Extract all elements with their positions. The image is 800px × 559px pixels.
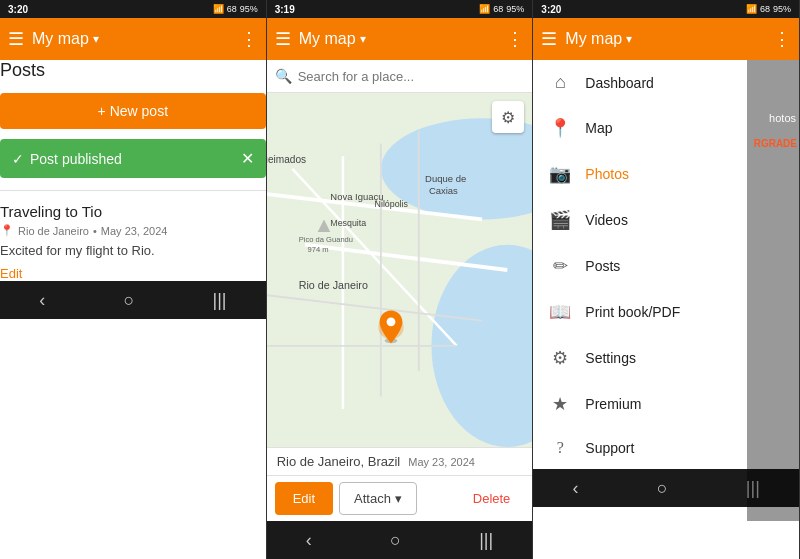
status-bar-1: 3:20 📶 68 95% bbox=[0, 0, 266, 18]
post-card: Traveling to Tio 📍 Rio de Janeiro • May … bbox=[0, 190, 266, 281]
post-published-banner: ✓ Post published ✕ bbox=[0, 139, 266, 178]
status-icons-1: 📶 68 95% bbox=[213, 4, 258, 14]
hamburger-icon-2[interactable]: ☰ bbox=[275, 28, 291, 50]
time-1: 3:20 bbox=[8, 4, 28, 15]
svg-text:Nilópolis: Nilópolis bbox=[374, 199, 408, 209]
signal-icon-2: 📶 bbox=[479, 4, 490, 14]
status-bar-3: 3:20 📶 68 95% bbox=[533, 0, 799, 18]
panel-posts: 3:20 📶 68 95% ☰ My map ▾ ⋮ Posts + New p… bbox=[0, 0, 267, 559]
battery-pct-1: 95% bbox=[240, 4, 258, 14]
videos-label: Videos bbox=[585, 212, 628, 228]
posts-menu-label: Posts bbox=[585, 258, 620, 274]
svg-text:Pico da Guandu: Pico da Guandu bbox=[298, 235, 352, 244]
app-title-2: My map ▾ bbox=[299, 30, 507, 48]
dashboard-label: Dashboard bbox=[585, 75, 654, 91]
map-svg: Queimados Nova Iguaçu Mesquita Nilópolis… bbox=[267, 93, 533, 447]
signal-icon-3: 📶 bbox=[746, 4, 757, 14]
posts-heading: Posts bbox=[0, 60, 266, 81]
post-edit-link[interactable]: Edit bbox=[0, 266, 266, 281]
back-button-3[interactable]: ‹ bbox=[560, 474, 590, 503]
recents-button-2[interactable]: ||| bbox=[467, 526, 505, 555]
post-title: Traveling to Tio bbox=[0, 203, 266, 220]
title-text-1: My map bbox=[32, 30, 89, 48]
videos-icon: 🎬 bbox=[549, 209, 571, 231]
photos-label: Photos bbox=[585, 166, 629, 182]
home-button-2[interactable]: ○ bbox=[378, 526, 413, 555]
map-action-bar: Edit Attach ▾ Delete bbox=[267, 475, 533, 521]
map-edit-button[interactable]: Edit bbox=[275, 482, 333, 515]
support-label: Support bbox=[585, 440, 634, 456]
new-post-button[interactable]: + New post bbox=[0, 93, 266, 129]
time-3: 3:20 bbox=[541, 4, 561, 15]
battery-pct-3: 95% bbox=[773, 4, 791, 14]
gear-icon: ⚙ bbox=[501, 108, 515, 127]
time-2: 3:19 bbox=[275, 4, 295, 15]
title-text-3: My map bbox=[565, 30, 622, 48]
more-options-1[interactable]: ⋮ bbox=[240, 28, 258, 50]
overlay-right: hotos RGRADE bbox=[747, 60, 799, 521]
nav-bar-1: ‹ ○ ||| bbox=[0, 281, 266, 319]
map-delete-button[interactable]: Delete bbox=[459, 482, 525, 515]
printbook-icon: 📖 bbox=[549, 301, 571, 323]
post-description: Excited for my flight to Rio. bbox=[0, 243, 266, 258]
settings-label: Settings bbox=[585, 350, 636, 366]
home-button-3[interactable]: ○ bbox=[645, 474, 680, 503]
location-pin-icon: 📍 bbox=[0, 224, 14, 237]
banner-close-button[interactable]: ✕ bbox=[241, 149, 254, 168]
title-dropdown-2[interactable]: ▾ bbox=[360, 32, 366, 46]
more-options-3[interactable]: ⋮ bbox=[773, 28, 791, 50]
back-button-2[interactable]: ‹ bbox=[294, 526, 324, 555]
map-icon: 📍 bbox=[549, 117, 571, 139]
battery-2: 68 bbox=[493, 4, 503, 14]
check-icon: ✓ bbox=[12, 151, 24, 167]
title-text-2: My map bbox=[299, 30, 356, 48]
premium-icon: ★ bbox=[549, 393, 571, 415]
map-gear-button[interactable]: ⚙ bbox=[492, 101, 524, 133]
support-icon: ? bbox=[549, 439, 571, 457]
app-bar-1: ☰ My map ▾ ⋮ bbox=[0, 18, 266, 60]
more-options-2[interactable]: ⋮ bbox=[506, 28, 524, 50]
printbook-label: Print book/PDF bbox=[585, 304, 680, 320]
premium-label: Premium bbox=[585, 396, 641, 412]
home-button-1[interactable]: ○ bbox=[111, 286, 146, 315]
map-info-bar: Rio de Janeiro, Brazil May 23, 2024 bbox=[267, 447, 533, 475]
map-container[interactable]: Queimados Nova Iguaçu Mesquita Nilópolis… bbox=[267, 93, 533, 447]
photos-partial-label: hotos bbox=[769, 112, 796, 124]
title-dropdown-3[interactable]: ▾ bbox=[626, 32, 632, 46]
settings-icon: ⚙ bbox=[549, 347, 571, 369]
upgrade-partial-label: RGRADE bbox=[754, 138, 797, 149]
map-location-name: Rio de Janeiro, Brazil bbox=[277, 454, 401, 469]
hamburger-icon-1[interactable]: ☰ bbox=[8, 28, 24, 50]
search-input[interactable] bbox=[298, 69, 525, 84]
svg-point-23 bbox=[386, 317, 395, 326]
status-bar-2: 3:19 📶 68 95% bbox=[267, 0, 533, 18]
post-date: May 23, 2024 bbox=[101, 225, 168, 237]
banner-text: Post published bbox=[30, 151, 122, 167]
svg-text:Rio de Janeiro: Rio de Janeiro bbox=[298, 279, 367, 291]
app-bar-2: ☰ My map ▾ ⋮ bbox=[267, 18, 533, 60]
hamburger-icon-3[interactable]: ☰ bbox=[541, 28, 557, 50]
search-bar: 🔍 bbox=[267, 60, 533, 93]
app-bar-3: ☰ My map ▾ ⋮ bbox=[533, 18, 799, 60]
app-title-1: My map ▾ bbox=[32, 30, 240, 48]
battery-3: 68 bbox=[760, 4, 770, 14]
recents-button-1[interactable]: ||| bbox=[201, 286, 239, 315]
posts-content: Posts + New post ✓ Post published ✕ Trav… bbox=[0, 60, 266, 281]
svg-text:Duque de: Duque de bbox=[425, 173, 466, 184]
map-attach-button[interactable]: Attach ▾ bbox=[339, 482, 417, 515]
svg-text:Mesquita: Mesquita bbox=[330, 218, 366, 228]
search-icon: 🔍 bbox=[275, 68, 292, 84]
title-dropdown-1[interactable]: ▾ bbox=[93, 32, 99, 46]
back-button-1[interactable]: ‹ bbox=[27, 286, 57, 315]
map-date-label: May 23, 2024 bbox=[408, 456, 475, 468]
map-label: Map bbox=[585, 120, 612, 136]
battery-1: 68 bbox=[227, 4, 237, 14]
status-icons-3: 📶 68 95% bbox=[746, 4, 791, 14]
banner-left: ✓ Post published bbox=[12, 151, 122, 167]
svg-text:Caxias: Caxias bbox=[429, 185, 458, 196]
post-location: Rio de Janeiro bbox=[18, 225, 89, 237]
battery-pct-2: 95% bbox=[506, 4, 524, 14]
panel-menu: 3:20 📶 68 95% ☰ My map ▾ ⋮ ⌂ Dashboard 📍… bbox=[533, 0, 800, 559]
app-title-3: My map ▾ bbox=[565, 30, 773, 48]
panel-map: 3:19 📶 68 95% ☰ My map ▾ ⋮ 🔍 bbox=[267, 0, 534, 559]
